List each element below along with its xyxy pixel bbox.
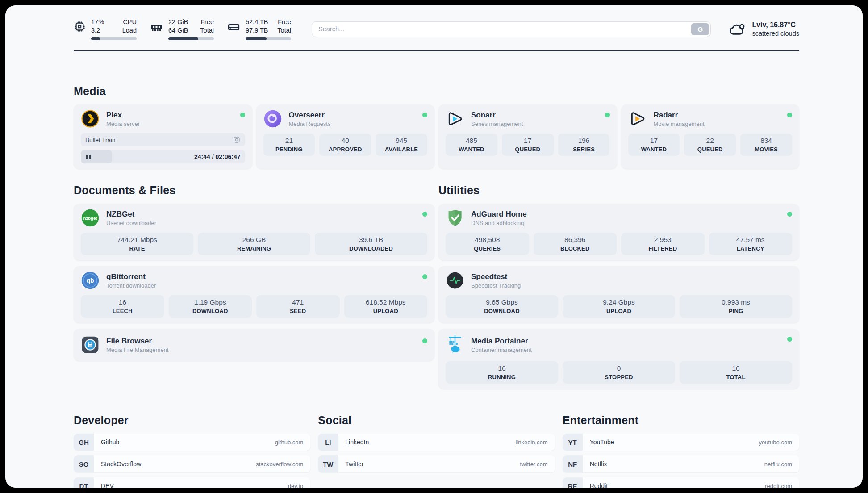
app-name: AdGuard Home [471, 209, 527, 219]
ram-total: 64 GiB [168, 26, 188, 35]
app-desc: Torrent downloader [106, 282, 156, 289]
app-name: Sonarr [471, 110, 523, 120]
disk-total: 97.9 TB [246, 26, 268, 35]
documents-column: nzbget NZBGet Usenet downloader 744.21 M… [74, 204, 434, 361]
bookmark-reddit[interactable]: RE Reddit reddit.com [563, 477, 799, 488]
app-name: Media Portainer [471, 336, 532, 346]
bookmark-name: DEV [101, 482, 114, 488]
search-engine-label: G [698, 25, 703, 33]
bookmark-url: linkedin.com [515, 439, 547, 446]
stat-box-download: 9.65 Gbps DOWNLOAD [446, 295, 558, 318]
nzbget-icon: nzbget [81, 209, 100, 227]
cpu-percent: 17% [91, 18, 104, 26]
app-name: qBittorrent [106, 272, 156, 281]
app-card-adguard[interactable]: AdGuard Home DNS and adblocking 498,508 … [438, 204, 799, 260]
bookmark-name: Twitter [345, 460, 363, 468]
cpu-progress-bar [91, 37, 137, 40]
app-name: File Browser [106, 336, 168, 346]
section-title-entertainment: Entertainment [563, 414, 799, 427]
pause-button[interactable] [86, 155, 91, 159]
status-dot-online [240, 113, 245, 117]
bookmark-netflix[interactable]: NF Netflix netflix.com [563, 455, 799, 472]
app-desc: Movie management [654, 120, 705, 128]
bookmark-stackoverflow[interactable]: SO StackOverflow stackoverflow.com [74, 455, 310, 472]
status-dot-online [787, 337, 792, 342]
bookmark-name: Netflix [590, 460, 607, 468]
app-card-qbittorrent[interactable]: qb qBittorrent Torrent downloader 16 LEE… [74, 266, 434, 323]
stat-box-queued: 17 QUEUED [502, 134, 554, 156]
app-card-sonarr[interactable]: Sonarr Series management 485 WANTED 17 Q… [438, 104, 617, 169]
status-dot-online [422, 338, 427, 343]
app-card-filebrowser[interactable]: File Browser Media File Management [74, 329, 434, 361]
search-input[interactable] [312, 21, 711, 37]
weather-widget: Lviv, 16.87°C scattered clouds [728, 20, 799, 38]
bookmark-abbr: NF [563, 455, 583, 472]
stat-box-downloaded: 39.6 TB DOWNLOADED [315, 233, 427, 255]
bookmark-url: dev.to [288, 483, 303, 488]
status-dot-online [422, 274, 427, 279]
bookmark-abbr: LI [318, 434, 338, 451]
links-column-social: Social LI LinkedIn linkedin.com TW Twitt… [318, 414, 555, 477]
app-card-radarr[interactable]: Radarr Movie management 17 WANTED 22 QUE… [621, 104, 800, 169]
bookmark-youtube[interactable]: YT YouTube youtube.com [563, 434, 799, 451]
bookmark-name: LinkedIn [345, 439, 369, 446]
app-desc: Series management [471, 120, 523, 128]
app-name: Plex [106, 110, 140, 120]
cpu-load-avg: 3.2 [91, 26, 104, 35]
section-title-developer: Developer [74, 414, 310, 427]
now-playing-row: Bullet Train [81, 133, 245, 146]
app-name: Radarr [654, 110, 705, 120]
cpu-progress-fill [91, 37, 100, 40]
search-engine-button[interactable]: G [691, 23, 709, 35]
ram-total-label: Total [200, 26, 214, 35]
stat-box-stopped: 0 STOPPED [563, 361, 675, 384]
bookmark-twitter[interactable]: TW Twitter twitter.com [318, 455, 555, 472]
ram-free-label: Free [200, 18, 214, 26]
stat-box-series: 196 SERIES [558, 134, 610, 156]
links-column-entertainment: Entertainment YT YouTube youtube.com NF … [563, 414, 799, 488]
app-desc: Usenet downloader [106, 219, 156, 227]
app-card-nzbget[interactable]: nzbget NZBGet Usenet downloader 744.21 M… [74, 204, 434, 260]
bookmark-abbr: GH [74, 434, 94, 451]
stat-box-total: 16 TOTAL [680, 361, 792, 384]
cpu-usage-widget: 17% 3.2 CPU Load [74, 18, 137, 40]
weather-location-temp: Lviv, 16.87°C [752, 20, 799, 29]
stat-box-download: 1.19 Gbps DOWNLOAD [169, 295, 252, 318]
stat-box-movies: 834 MOVIES [740, 134, 792, 156]
app-desc: Media File Management [106, 346, 168, 354]
stat-box-latency: 47.57 ms LATENCY [709, 233, 793, 255]
app-desc: Speedtest Tracking [471, 282, 521, 289]
camera-icon[interactable] [233, 136, 241, 144]
cloud-icon [728, 20, 747, 38]
stat-box-running: 16 RUNNING [446, 361, 558, 384]
bookmark-github[interactable]: GH Github github.com [74, 434, 310, 451]
search-box: G [312, 21, 711, 37]
app-card-speedtest[interactable]: Speedtest Speedtest Tracking 9.65 Gbps D… [438, 266, 799, 323]
stat-box-pending: 21 PENDING [263, 134, 315, 156]
utilities-column: AdGuard Home DNS and adblocking 498,508 … [438, 204, 799, 389]
sonarr-icon [446, 109, 464, 128]
disk-progress-fill [246, 37, 267, 40]
bookmark-name: StackOverflow [101, 460, 141, 468]
bookmark-dev[interactable]: DT DEV dev.to [74, 477, 310, 488]
stat-box-ping: 0.993 ms PING [680, 295, 792, 318]
app-card-portainer[interactable]: Media Portainer Container management 16 … [438, 329, 799, 389]
disk-usage-widget: 52.4 TB 97.9 TB Free Total [227, 18, 291, 40]
status-dot-online [787, 212, 792, 217]
bookmark-url: github.com [275, 439, 304, 446]
stat-box-wanted: 17 WANTED [628, 134, 680, 156]
links-column-developer: Developer GH Github github.com SO StackO… [74, 414, 310, 488]
bookmark-abbr: SO [74, 455, 94, 472]
stat-box-leech: 16 LEECH [81, 295, 164, 318]
bookmark-linkedin[interactable]: LI LinkedIn linkedin.com [318, 434, 555, 451]
app-desc: Media server [106, 120, 140, 128]
bookmark-abbr: DT [74, 477, 94, 488]
app-card-plex[interactable]: Plex Media server Bullet Train 24:44 / 0… [74, 104, 252, 169]
status-dot-online [605, 113, 610, 117]
app-card-overseerr[interactable]: Overseerr Media Requests 21 PENDING 40 A… [256, 104, 435, 169]
speedtest-icon [446, 271, 464, 290]
bookmark-name: Github [101, 439, 119, 446]
bookmark-url: stackoverflow.com [256, 461, 303, 468]
stat-box-wanted: 485 WANTED [446, 134, 497, 156]
section-title-social: Social [318, 414, 555, 427]
